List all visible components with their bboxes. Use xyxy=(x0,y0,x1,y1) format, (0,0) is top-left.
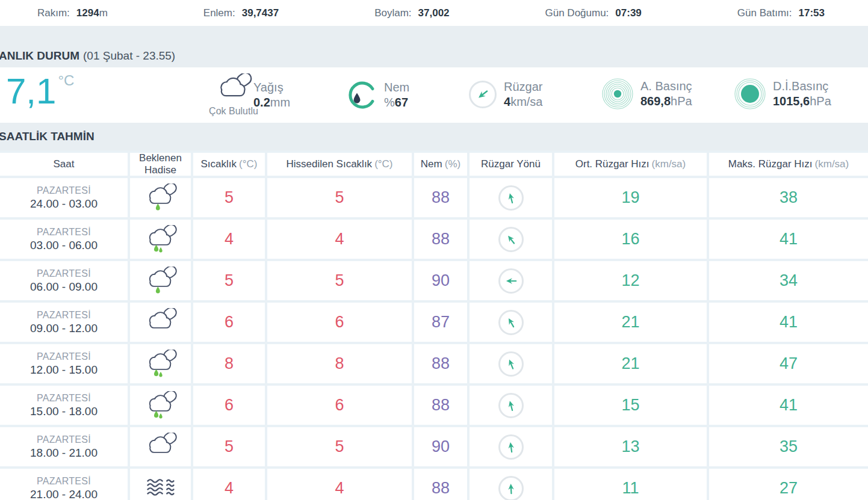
temperature-value: 5 xyxy=(193,178,265,217)
sunrise-value: 07:39 xyxy=(615,7,641,19)
current-section-title: ANLIK DURUM xyxy=(0,49,79,63)
actual-pressure-metric: A. Basınç 869,8hPa xyxy=(602,78,692,110)
wind-direction-cell xyxy=(470,344,552,383)
row-time: 15.00 - 18.00 xyxy=(30,405,98,419)
longitude-value: 37,002 xyxy=(418,7,450,19)
temperature-value: 4 xyxy=(193,220,265,259)
avg-wind-value: 15 xyxy=(554,386,707,425)
row-day: PAZARTESİ xyxy=(37,226,91,238)
feels-like-value: 5 xyxy=(267,427,412,466)
max-wind-value: 41 xyxy=(709,220,868,259)
current-temperature-unit: °C xyxy=(58,72,74,88)
current-wind-arrow xyxy=(477,88,489,100)
precipitation-value: 0.2 xyxy=(253,96,270,109)
max-wind-value: 41 xyxy=(709,386,868,425)
time-cell: PAZARTESİ 24.00 - 03.00 xyxy=(0,178,128,217)
humidity-value: 88 xyxy=(414,344,467,383)
weather-icon xyxy=(130,261,191,300)
weather-icon xyxy=(130,386,191,425)
row-time: 06.00 - 09.00 xyxy=(30,280,98,294)
time-cell: PAZARTESİ 12.00 - 15.00 xyxy=(0,344,128,383)
max-wind-value: 38 xyxy=(709,178,868,217)
wind-direction-icon xyxy=(498,434,524,460)
humidity-value: 88 xyxy=(414,220,467,259)
table-row: PAZARTESİ 06.00 - 09.00 5 5 90 12 34 xyxy=(0,261,868,300)
sea-level-pressure-icon xyxy=(734,78,766,110)
wind-value: 4 xyxy=(504,95,510,108)
sea-level-pressure-unit: hPa xyxy=(810,94,831,108)
row-day: PAZARTESİ xyxy=(37,351,91,362)
wind-direction-icon xyxy=(498,227,524,252)
max-wind-value: 47 xyxy=(709,344,868,383)
row-time: 03.00 - 06.00 xyxy=(30,239,98,253)
feels-like-value: 4 xyxy=(267,469,412,500)
row-time: 18.00 - 21.00 xyxy=(30,446,98,460)
wind-direction-icon xyxy=(498,185,524,211)
altitude-info: Rakım:1294m xyxy=(37,7,108,19)
row-day: PAZARTESİ xyxy=(37,185,91,196)
wind-direction-cell xyxy=(470,427,552,466)
avg-wind-value: 19 xyxy=(554,178,707,217)
weather-icon xyxy=(130,469,191,500)
wind-direction-icon xyxy=(498,310,524,335)
feels-like-value: 6 xyxy=(267,303,412,342)
row-time: 24.00 - 03.00 xyxy=(30,197,98,211)
sunset-label: Gün Batımı: xyxy=(737,7,792,19)
wind-arrow xyxy=(507,483,513,493)
row-day: PAZARTESİ xyxy=(37,268,91,279)
current-conditions: 7,1°C Çok Bulutlu Yağış 0.2mm Nem %67 xyxy=(0,67,868,123)
wind-arrow xyxy=(506,358,515,369)
wind-direction-cell xyxy=(470,261,552,300)
actual-pressure-label: A. Basınç xyxy=(640,79,692,94)
avg-wind-value: 21 xyxy=(554,344,707,383)
wind-arrow xyxy=(506,316,515,328)
humidity-value: 87 xyxy=(414,303,467,342)
column-header: Sıcaklık(°C) xyxy=(193,153,265,176)
feels-like-value: 4 xyxy=(267,220,412,259)
row-day: PAZARTESİ xyxy=(37,392,91,404)
wind-arrow xyxy=(507,192,515,203)
column-header: Nem(%) xyxy=(414,153,467,176)
temperature-value: 6 xyxy=(193,386,265,425)
avg-wind-value: 13 xyxy=(554,427,707,466)
weather-icon xyxy=(130,303,191,342)
wind-arrow xyxy=(506,233,516,245)
latitude-value: 39,7437 xyxy=(242,7,279,19)
column-header: Beklenen Hadise xyxy=(130,153,191,176)
humidity-value: 90 xyxy=(414,261,467,300)
sunset-value: 17:53 xyxy=(798,7,824,19)
column-header: Rüzgar Yönü xyxy=(470,153,552,176)
max-wind-value: 41 xyxy=(709,303,868,342)
wind-label: Rüzgar xyxy=(504,79,542,94)
table-row: PAZARTESİ 24.00 - 03.00 5 5 88 19 38 xyxy=(0,178,868,217)
wind-direction-icon xyxy=(498,351,524,377)
column-header: Ort. Rüzgar Hızı(km/sa) xyxy=(554,153,707,176)
hourly-header-row: SaatBeklenen HadiseSıcaklık(°C)Hissedile… xyxy=(0,153,868,176)
weather-icon xyxy=(130,344,191,383)
table-row: PAZARTESİ 21.00 - 24.00 4 4 88 11 27 xyxy=(0,469,868,500)
row-day: PAZARTESİ xyxy=(37,434,91,445)
time-cell: PAZARTESİ 06.00 - 09.00 xyxy=(0,261,128,300)
column-header: Saat xyxy=(0,153,128,176)
table-row: PAZARTESİ 03.00 - 06.00 4 4 88 16 41 xyxy=(0,220,868,259)
table-row: PAZARTESİ 15.00 - 18.00 6 6 88 15 41 xyxy=(0,386,868,425)
humidity-metric: Nem %67 xyxy=(348,80,409,110)
wind-metric: Rüzgar 4km/sa xyxy=(469,79,542,110)
latitude-info: Enlem:39,7437 xyxy=(203,7,279,19)
actual-pressure-unit: hPa xyxy=(671,94,692,108)
feels-like-value: 5 xyxy=(267,178,412,217)
humidity-value: 88 xyxy=(414,469,467,500)
wind-arrow xyxy=(507,400,515,410)
weather-page: Rakım:1294m Enlem:39,7437 Boylam:37,002 … xyxy=(0,0,868,500)
row-day: PAZARTESİ xyxy=(37,309,91,321)
feels-like-value: 8 xyxy=(267,344,412,383)
humidity-prefix: % xyxy=(384,96,395,109)
sunrise-info: Gün Doğumu:07:39 xyxy=(545,7,642,19)
altitude-label: Rakım: xyxy=(37,7,70,19)
wind-arrow xyxy=(506,278,515,283)
current-section-header: ANLIK DURUM (01 Şubat - 23.55) xyxy=(0,26,868,67)
time-cell: PAZARTESİ 03.00 - 06.00 xyxy=(0,220,128,259)
table-row: PAZARTESİ 18.00 - 21.00 5 5 90 13 35 xyxy=(0,427,868,466)
max-wind-value: 35 xyxy=(709,427,868,466)
station-info-bar: Rakım:1294m Enlem:39,7437 Boylam:37,002 … xyxy=(0,0,868,26)
